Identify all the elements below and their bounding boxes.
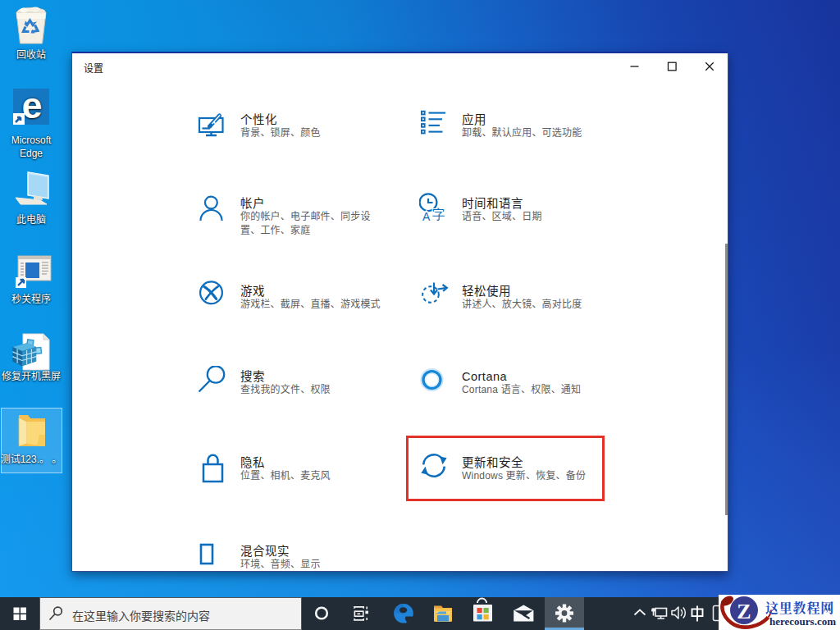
- svg-text:Z: Z: [737, 600, 751, 623]
- svg-text:e: e: [21, 88, 42, 126]
- svg-text:字: 字: [432, 203, 445, 223]
- svg-text:A: A: [422, 210, 431, 223]
